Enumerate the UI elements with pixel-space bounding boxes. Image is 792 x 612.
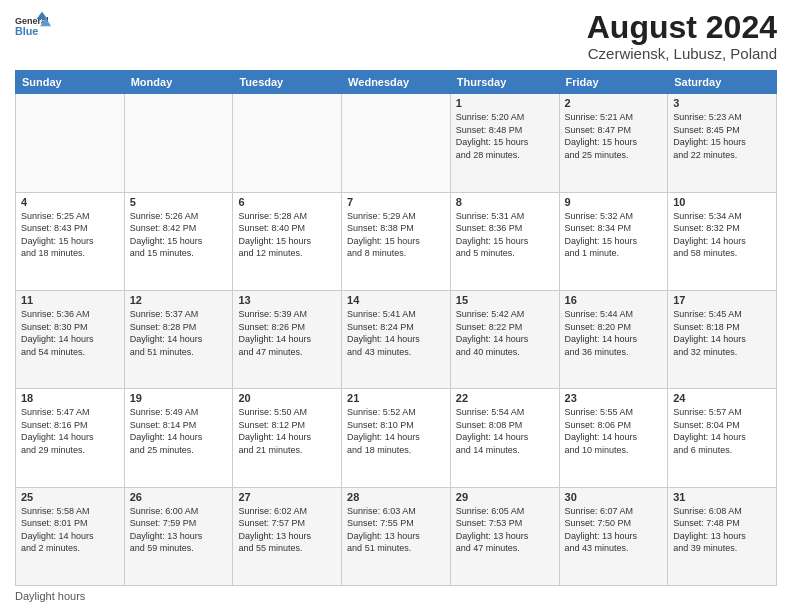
day-number: 12	[130, 294, 228, 306]
logo: GeneralBlue	[15, 10, 51, 46]
day-info: Sunrise: 5:41 AM Sunset: 8:24 PM Dayligh…	[347, 308, 445, 358]
day-info: Sunrise: 5:49 AM Sunset: 8:14 PM Dayligh…	[130, 406, 228, 456]
day-number: 22	[456, 392, 554, 404]
day-info: Sunrise: 5:31 AM Sunset: 8:36 PM Dayligh…	[456, 210, 554, 260]
header-cell-thursday: Thursday	[450, 71, 559, 94]
header: GeneralBlue August 2024 Czerwiensk, Lubu…	[15, 10, 777, 62]
day-info: Sunrise: 5:47 AM Sunset: 8:16 PM Dayligh…	[21, 406, 119, 456]
day-number: 7	[347, 196, 445, 208]
day-cell: 23Sunrise: 5:55 AM Sunset: 8:06 PM Dayli…	[559, 389, 668, 487]
day-cell: 25Sunrise: 5:58 AM Sunset: 8:01 PM Dayli…	[16, 487, 125, 585]
header-cell-monday: Monday	[124, 71, 233, 94]
day-info: Sunrise: 5:34 AM Sunset: 8:32 PM Dayligh…	[673, 210, 771, 260]
day-cell: 7Sunrise: 5:29 AM Sunset: 8:38 PM Daylig…	[342, 192, 451, 290]
day-cell: 31Sunrise: 6:08 AM Sunset: 7:48 PM Dayli…	[668, 487, 777, 585]
day-info: Sunrise: 5:37 AM Sunset: 8:28 PM Dayligh…	[130, 308, 228, 358]
day-info: Sunrise: 5:45 AM Sunset: 8:18 PM Dayligh…	[673, 308, 771, 358]
page-title: August 2024	[587, 10, 777, 45]
day-info: Sunrise: 5:42 AM Sunset: 8:22 PM Dayligh…	[456, 308, 554, 358]
day-info: Sunrise: 5:29 AM Sunset: 8:38 PM Dayligh…	[347, 210, 445, 260]
day-number: 21	[347, 392, 445, 404]
header-cell-sunday: Sunday	[16, 71, 125, 94]
day-info: Sunrise: 5:52 AM Sunset: 8:10 PM Dayligh…	[347, 406, 445, 456]
day-info: Sunrise: 5:54 AM Sunset: 8:08 PM Dayligh…	[456, 406, 554, 456]
day-info: Sunrise: 5:26 AM Sunset: 8:42 PM Dayligh…	[130, 210, 228, 260]
header-cell-friday: Friday	[559, 71, 668, 94]
day-cell: 15Sunrise: 5:42 AM Sunset: 8:22 PM Dayli…	[450, 290, 559, 388]
week-row-4: 25Sunrise: 5:58 AM Sunset: 8:01 PM Dayli…	[16, 487, 777, 585]
day-number: 30	[565, 491, 663, 503]
day-number: 8	[456, 196, 554, 208]
day-cell: 28Sunrise: 6:03 AM Sunset: 7:55 PM Dayli…	[342, 487, 451, 585]
week-row-3: 18Sunrise: 5:47 AM Sunset: 8:16 PM Dayli…	[16, 389, 777, 487]
day-info: Sunrise: 6:03 AM Sunset: 7:55 PM Dayligh…	[347, 505, 445, 555]
calendar: SundayMondayTuesdayWednesdayThursdayFrid…	[15, 70, 777, 586]
day-info: Sunrise: 5:23 AM Sunset: 8:45 PM Dayligh…	[673, 111, 771, 161]
day-info: Sunrise: 5:36 AM Sunset: 8:30 PM Dayligh…	[21, 308, 119, 358]
day-cell: 5Sunrise: 5:26 AM Sunset: 8:42 PM Daylig…	[124, 192, 233, 290]
day-info: Sunrise: 5:32 AM Sunset: 8:34 PM Dayligh…	[565, 210, 663, 260]
day-cell	[233, 94, 342, 192]
day-number: 11	[21, 294, 119, 306]
day-cell: 22Sunrise: 5:54 AM Sunset: 8:08 PM Dayli…	[450, 389, 559, 487]
day-cell	[124, 94, 233, 192]
day-info: Sunrise: 5:55 AM Sunset: 8:06 PM Dayligh…	[565, 406, 663, 456]
header-row: SundayMondayTuesdayWednesdayThursdayFrid…	[16, 71, 777, 94]
day-info: Sunrise: 5:28 AM Sunset: 8:40 PM Dayligh…	[238, 210, 336, 260]
day-cell: 17Sunrise: 5:45 AM Sunset: 8:18 PM Dayli…	[668, 290, 777, 388]
day-cell: 20Sunrise: 5:50 AM Sunset: 8:12 PM Dayli…	[233, 389, 342, 487]
day-number: 17	[673, 294, 771, 306]
day-cell: 29Sunrise: 6:05 AM Sunset: 7:53 PM Dayli…	[450, 487, 559, 585]
day-info: Sunrise: 6:07 AM Sunset: 7:50 PM Dayligh…	[565, 505, 663, 555]
title-block: August 2024 Czerwiensk, Lubusz, Poland	[587, 10, 777, 62]
day-cell: 11Sunrise: 5:36 AM Sunset: 8:30 PM Dayli…	[16, 290, 125, 388]
day-number: 9	[565, 196, 663, 208]
day-number: 20	[238, 392, 336, 404]
page: GeneralBlue August 2024 Czerwiensk, Lubu…	[0, 0, 792, 612]
day-cell: 8Sunrise: 5:31 AM Sunset: 8:36 PM Daylig…	[450, 192, 559, 290]
day-cell: 12Sunrise: 5:37 AM Sunset: 8:28 PM Dayli…	[124, 290, 233, 388]
day-number: 19	[130, 392, 228, 404]
week-row-1: 4Sunrise: 5:25 AM Sunset: 8:43 PM Daylig…	[16, 192, 777, 290]
footer-note: Daylight hours	[15, 590, 777, 602]
day-cell	[342, 94, 451, 192]
day-number: 4	[21, 196, 119, 208]
day-number: 27	[238, 491, 336, 503]
day-info: Sunrise: 6:05 AM Sunset: 7:53 PM Dayligh…	[456, 505, 554, 555]
day-cell: 13Sunrise: 5:39 AM Sunset: 8:26 PM Dayli…	[233, 290, 342, 388]
day-info: Sunrise: 5:39 AM Sunset: 8:26 PM Dayligh…	[238, 308, 336, 358]
header-cell-saturday: Saturday	[668, 71, 777, 94]
day-number: 1	[456, 97, 554, 109]
day-info: Sunrise: 5:20 AM Sunset: 8:48 PM Dayligh…	[456, 111, 554, 161]
day-number: 26	[130, 491, 228, 503]
day-number: 28	[347, 491, 445, 503]
day-info: Sunrise: 6:08 AM Sunset: 7:48 PM Dayligh…	[673, 505, 771, 555]
day-number: 15	[456, 294, 554, 306]
day-cell: 26Sunrise: 6:00 AM Sunset: 7:59 PM Dayli…	[124, 487, 233, 585]
day-cell: 27Sunrise: 6:02 AM Sunset: 7:57 PM Dayli…	[233, 487, 342, 585]
calendar-body: 1Sunrise: 5:20 AM Sunset: 8:48 PM Daylig…	[16, 94, 777, 586]
day-info: Sunrise: 5:21 AM Sunset: 8:47 PM Dayligh…	[565, 111, 663, 161]
day-cell: 2Sunrise: 5:21 AM Sunset: 8:47 PM Daylig…	[559, 94, 668, 192]
day-cell: 24Sunrise: 5:57 AM Sunset: 8:04 PM Dayli…	[668, 389, 777, 487]
day-cell: 30Sunrise: 6:07 AM Sunset: 7:50 PM Dayli…	[559, 487, 668, 585]
day-number: 13	[238, 294, 336, 306]
day-cell: 6Sunrise: 5:28 AM Sunset: 8:40 PM Daylig…	[233, 192, 342, 290]
day-cell: 14Sunrise: 5:41 AM Sunset: 8:24 PM Dayli…	[342, 290, 451, 388]
week-row-2: 11Sunrise: 5:36 AM Sunset: 8:30 PM Dayli…	[16, 290, 777, 388]
day-number: 6	[238, 196, 336, 208]
calendar-header: SundayMondayTuesdayWednesdayThursdayFrid…	[16, 71, 777, 94]
day-number: 10	[673, 196, 771, 208]
day-cell: 9Sunrise: 5:32 AM Sunset: 8:34 PM Daylig…	[559, 192, 668, 290]
day-cell: 10Sunrise: 5:34 AM Sunset: 8:32 PM Dayli…	[668, 192, 777, 290]
day-info: Sunrise: 5:50 AM Sunset: 8:12 PM Dayligh…	[238, 406, 336, 456]
svg-text:Blue: Blue	[15, 25, 38, 37]
day-info: Sunrise: 6:00 AM Sunset: 7:59 PM Dayligh…	[130, 505, 228, 555]
calendar-table: SundayMondayTuesdayWednesdayThursdayFrid…	[15, 70, 777, 586]
day-cell: 4Sunrise: 5:25 AM Sunset: 8:43 PM Daylig…	[16, 192, 125, 290]
day-cell	[16, 94, 125, 192]
logo-icon: GeneralBlue	[15, 10, 51, 46]
day-number: 5	[130, 196, 228, 208]
day-info: Sunrise: 6:02 AM Sunset: 7:57 PM Dayligh…	[238, 505, 336, 555]
day-number: 24	[673, 392, 771, 404]
